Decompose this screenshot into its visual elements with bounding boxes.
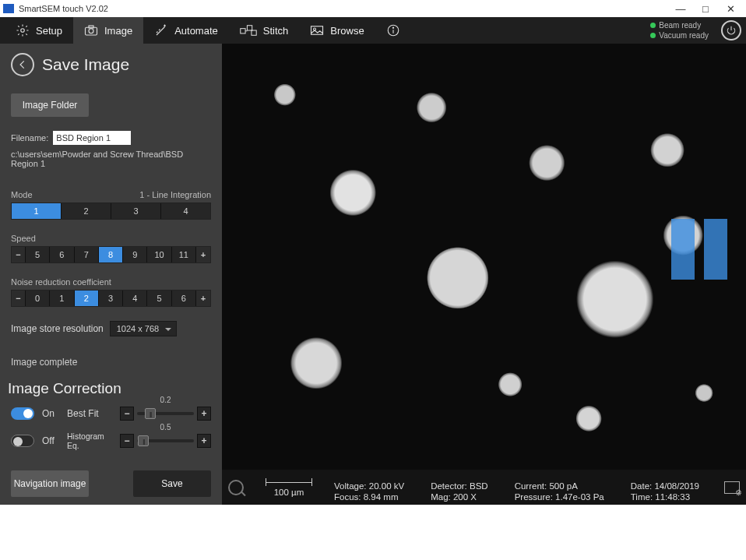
status-beam-label: Beam ready [659, 21, 701, 30]
status-vacuum: Vacuum ready [650, 31, 709, 40]
window-title: SmartSEM touch V2.02 [19, 4, 668, 13]
histeq-decrement[interactable]: − [120, 434, 134, 448]
histeq-toggle[interactable] [11, 435, 34, 447]
save-image-panel: Save Image Image Folder Filename: c:\use… [0, 44, 222, 505]
viewport-bottombar: 100 µm Voltage: 20.00 kV Detector: BSD C… [222, 470, 746, 505]
app-logo [3, 4, 14, 13]
nrc-label: Noise reduction coefficient [11, 277, 111, 287]
speed-option[interactable]: 10 [147, 247, 171, 262]
bestfit-label: Best Fit [67, 408, 112, 419]
nrc-option[interactable]: 1 [50, 291, 74, 306]
mode-selector[interactable]: 1 2 3 4 [11, 203, 211, 220]
speed-selector[interactable]: − 5 6 7 8 9 10 11 + [11, 246, 211, 263]
mode-option[interactable]: 2 [62, 203, 111, 219]
maximize-button[interactable]: □ [693, 3, 718, 15]
bestfit-decrement[interactable]: − [120, 407, 134, 421]
svg-rect-4 [241, 29, 245, 33]
pause-overlay[interactable] [671, 219, 727, 280]
sem-image [222, 44, 746, 470]
navigation-image-button[interactable]: Navigation image [11, 470, 89, 497]
histeq-off-label: Off [42, 435, 59, 446]
mode-option[interactable]: 4 [161, 203, 210, 219]
speed-option[interactable]: 7 [75, 247, 99, 262]
filename-label: Filename: [11, 133, 48, 143]
slider-thumb-icon[interactable]: ||| [138, 435, 149, 446]
resolution-value: 1024 x 768 [117, 324, 159, 333]
save-button[interactable]: Save [133, 470, 211, 497]
mode-label: Mode [11, 190, 33, 199]
save-status: Image complete [11, 357, 211, 368]
image-viewport[interactable]: 100 µm Voltage: 20.00 kV Detector: BSD C… [222, 44, 746, 505]
file-path: c:\users\sem\Powder and Screw Thread\BSD… [11, 150, 211, 168]
menu-stitch[interactable]: Stitch [229, 17, 300, 44]
menu-info[interactable] [375, 17, 411, 44]
camera-icon [84, 25, 98, 36]
filename-input[interactable] [53, 131, 131, 145]
nrc-option[interactable]: 6 [172, 291, 196, 306]
scale-indicator: 100 µm [258, 478, 320, 497]
bestfit-slider[interactable]: 0.2 − ||| + [120, 407, 211, 421]
speed-option[interactable]: 5 [26, 247, 50, 262]
svg-rect-6 [252, 30, 256, 35]
slider-thumb-icon[interactable]: ||| [145, 408, 156, 419]
display-settings-button[interactable] [724, 481, 740, 494]
speed-label: Speed [11, 234, 36, 243]
histeq-increment[interactable]: + [197, 434, 211, 448]
speed-option[interactable]: 6 [50, 247, 74, 262]
nrc-option[interactable]: 2 [75, 291, 99, 306]
back-button[interactable] [11, 53, 34, 76]
power-button[interactable] [721, 20, 741, 41]
bestfit-toggle[interactable] [11, 407, 34, 420]
nrc-option[interactable]: 3 [99, 291, 123, 306]
status-beam: Beam ready [650, 21, 701, 30]
menu-image[interactable]: Image [73, 17, 143, 44]
speed-option[interactable]: 8 [99, 247, 123, 262]
main-menubar: Setup Image Automate Stitch Browse Beam … [0, 17, 746, 44]
svg-point-0 [21, 29, 25, 33]
info-icon [386, 23, 400, 37]
gear-icon [16, 23, 30, 37]
nrc-decrement[interactable]: − [12, 291, 26, 306]
image-correction-title: Image Correction [8, 380, 211, 397]
speed-decrement[interactable]: − [12, 247, 26, 262]
image-folder-button[interactable]: Image Folder [11, 93, 89, 117]
window-titlebar: SmartSEM touch V2.02 — □ ✕ [0, 0, 746, 17]
close-button[interactable]: ✕ [718, 3, 743, 15]
metric-current: Current: 500 pA [515, 481, 615, 491]
speed-option[interactable]: 9 [123, 247, 147, 262]
resolution-label: Image store resolution [11, 323, 104, 334]
menu-browse[interactable]: Browse [299, 17, 375, 44]
wand-icon [154, 23, 168, 37]
menu-image-label: Image [104, 25, 132, 37]
scale-label: 100 µm [274, 488, 304, 497]
bestfit-scale: 0.2 [160, 396, 171, 404]
nrc-option[interactable]: 0 [26, 291, 50, 306]
mode-option[interactable]: 3 [111, 203, 161, 219]
metric-time: Time: 11:48:33 [631, 492, 710, 502]
svg-rect-5 [247, 26, 252, 30]
mode-option[interactable]: 1 [12, 203, 62, 219]
metric-detector: Detector: BSD [431, 481, 499, 491]
nrc-increment[interactable]: + [196, 291, 210, 306]
speed-option[interactable]: 11 [172, 247, 196, 262]
nrc-option[interactable]: 4 [123, 291, 147, 306]
menu-automate-label: Automate [174, 25, 218, 37]
resolution-select[interactable]: 1024 x 768 [110, 321, 177, 336]
metric-focus: Focus: 8.94 mm [334, 492, 415, 502]
menu-automate[interactable]: Automate [143, 17, 229, 44]
nrc-selector[interactable]: − 0 1 2 3 4 5 6 + [11, 290, 211, 307]
bestfit-increment[interactable]: + [197, 407, 211, 421]
pause-bar-icon [704, 219, 727, 280]
menu-browse-label: Browse [330, 25, 364, 37]
nrc-option[interactable]: 5 [147, 291, 171, 306]
svg-point-2 [89, 29, 93, 33]
histeq-scale: 0.5 [160, 423, 171, 431]
image-icon [310, 25, 324, 36]
bestfit-on-label: On [42, 408, 59, 419]
speed-increment[interactable]: + [196, 247, 210, 262]
search-icon[interactable] [228, 480, 244, 495]
histeq-slider[interactable]: 0.5 − ||| + [120, 434, 211, 448]
status-dot-icon [650, 33, 656, 38]
menu-setup[interactable]: Setup [5, 17, 73, 44]
minimize-button[interactable]: — [668, 3, 693, 15]
